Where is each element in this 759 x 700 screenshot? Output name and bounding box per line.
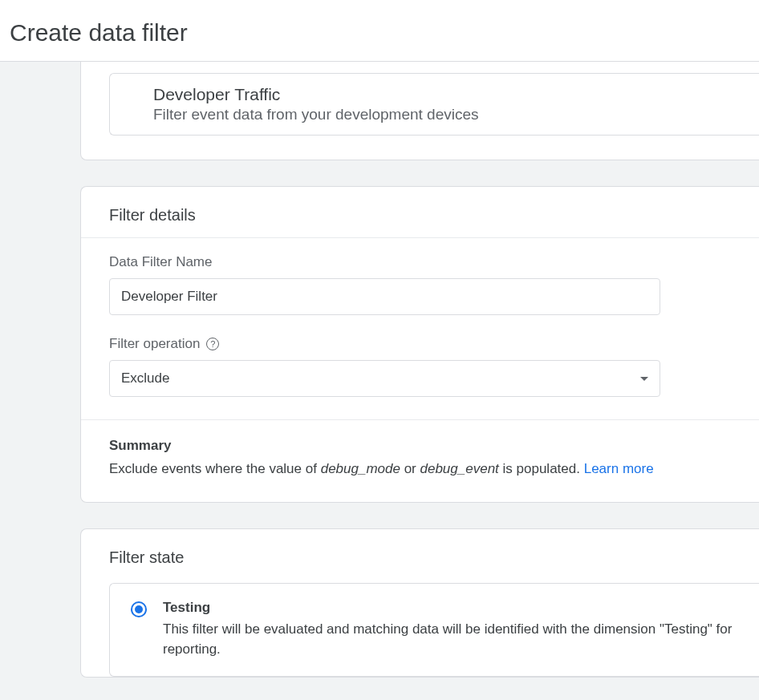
filter-state-header: Filter state (81, 529, 759, 583)
filter-details-form: Data Filter Name Filter operation ? Excl… (81, 238, 759, 419)
filter-type-card: Developer Traffic Filter event data from… (80, 62, 759, 160)
summary-section: Summary Exclude events where the value o… (81, 419, 759, 502)
filter-operation-select-wrapper: Exclude (109, 360, 660, 397)
filter-operation-select[interactable]: Exclude (109, 360, 660, 397)
chevron-down-icon (640, 377, 648, 381)
filter-operation-field: Filter operation ? Exclude (109, 336, 731, 397)
filter-details-card: Filter details Data Filter Name Filter o… (80, 186, 759, 503)
filter-type-option[interactable]: Developer Traffic Filter event data from… (109, 73, 759, 136)
filter-name-field: Data Filter Name (109, 254, 731, 315)
state-testing-option[interactable]: Testing This filter will be evaluated an… (109, 583, 759, 677)
radio-selected-icon (135, 605, 143, 613)
filter-operation-value: Exclude (121, 370, 169, 386)
summary-param1: debug_mode (321, 461, 400, 476)
radio-button-testing[interactable] (131, 601, 147, 617)
filter-name-label: Data Filter Name (109, 254, 731, 270)
summary-param2: debug_event (420, 461, 499, 476)
filter-details-header: Filter details (81, 187, 759, 238)
radio-content: Testing This filter will be evaluated an… (163, 600, 743, 660)
state-testing-description: This filter will be evaluated and matchi… (163, 619, 743, 660)
filter-type-description: Filter event data from your development … (153, 106, 743, 123)
learn-more-link[interactable]: Learn more (584, 461, 654, 476)
filter-operation-label: Filter operation ? (109, 336, 731, 352)
help-icon[interactable]: ? (206, 338, 219, 350)
filter-state-card: Filter state Testing This filter will be… (80, 528, 759, 678)
content-area: Developer Traffic Filter event data from… (0, 62, 759, 700)
summary-text: Exclude events where the value of debug_… (109, 459, 731, 479)
state-testing-title: Testing (163, 600, 743, 616)
page-title: Create data filter (10, 19, 749, 47)
page-header: Create data filter (0, 0, 759, 62)
filter-name-input[interactable] (109, 278, 660, 315)
filter-type-title: Developer Traffic (153, 85, 743, 104)
summary-title: Summary (109, 438, 731, 454)
